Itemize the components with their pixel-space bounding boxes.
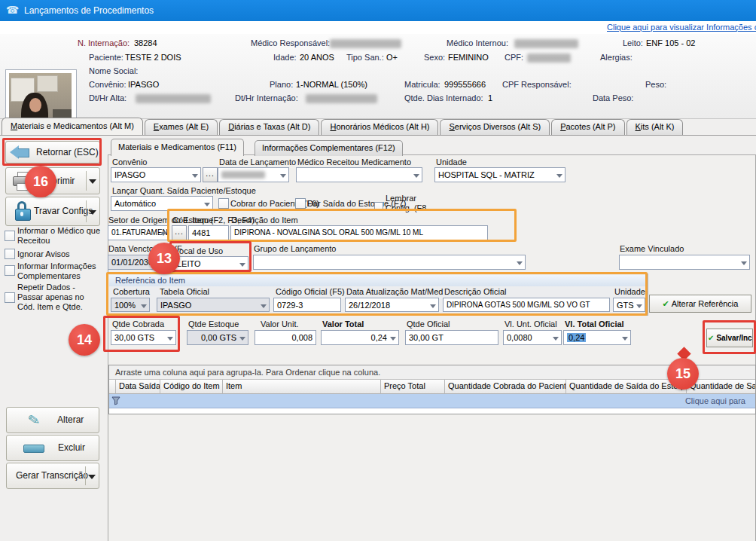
cod-item-browse-button[interactable]: ... <box>172 225 187 240</box>
col-item[interactable]: Item <box>223 380 381 394</box>
tipo-san-value: O+ <box>386 53 398 62</box>
matricula-value: 999555666 <box>444 80 486 89</box>
travar-configs-button[interactable]: Travar Configs <box>5 197 100 226</box>
grid-group-panel[interactable]: Arraste uma coluna aqui para agrupa-la. … <box>109 365 755 380</box>
tab-informacoes-f12[interactable]: Informações Complementares (F12) <box>255 140 403 156</box>
informar-medico-checkbox[interactable] <box>5 231 15 241</box>
unidade-label: Unidade <box>436 157 467 167</box>
tabela-oficial-combo[interactable]: IPASGO <box>157 298 270 312</box>
sexo-value: FEMININO <box>448 53 489 62</box>
col-codigo-item[interactable]: Código do Item <box>160 380 223 394</box>
dthr-alta-value-redacted <box>136 94 211 103</box>
descricao-oficial-input[interactable]: DIPIRONA GOTAS 500 MG/ML SO VO GT <box>443 298 610 312</box>
qtde-oficial-label: Qtde Oficial <box>407 319 450 329</box>
leito-label: Leito: <box>623 38 643 47</box>
cobrar-paciente-label: Cobrar do Paciente (F6) <box>230 199 319 208</box>
valor-unit-label: Valor Unit. <box>261 319 299 329</box>
back-arrow-icon <box>10 145 31 159</box>
n-internacao-value: 38284 <box>134 38 157 47</box>
data-lancamento-label: Data de Lançamento <box>219 157 296 167</box>
convenio-header-value: IPASGO <box>128 80 159 89</box>
pencil-icon: ✎ <box>26 411 41 429</box>
gerar-transcricao-button[interactable]: Gerar Transcrição <box>6 463 99 489</box>
col-preco-total[interactable]: Preço Total <box>381 380 445 394</box>
dar-saida-checkbox[interactable] <box>295 198 306 209</box>
setor-origem-combo[interactable]: 01.FATURAMENTO (VIR <box>108 225 169 240</box>
dthr-internacao-label: Dt/Hr Internação: <box>235 93 298 102</box>
padlock-icon <box>14 201 31 221</box>
gerar-dropdown-arrow[interactable] <box>88 475 96 479</box>
grid-filter-row[interactable]: Clique aqui para <box>109 394 755 408</box>
vl-unt-oficial-combo[interactable]: 0,0080 <box>503 330 562 345</box>
alterar-referencia-button[interactable]: ✔Alterar Referência <box>649 295 751 313</box>
visualizar-informacoes-link[interactable]: Clique aqui para visualizar Informações … <box>607 23 756 32</box>
cobertura-label: Cobertura <box>113 287 150 296</box>
local-uso-combo[interactable]: LEITO <box>173 256 248 271</box>
descricao-item-input[interactable]: DIPIRONA - NOVALGINA SOL ORAL 500 MG/ML … <box>230 225 488 240</box>
imprimir-dropdown-arrow[interactable] <box>89 179 96 184</box>
cpf-value-redacted <box>527 53 571 63</box>
medico-responsavel-value-redacted <box>330 39 401 48</box>
valor-total-combo[interactable]: 0,24 <box>321 330 399 345</box>
col-qtd-saida-estoque[interactable]: Quantidade de Saída do Estoque <box>566 380 687 394</box>
medico-internou-label: Médico Internou: <box>447 38 508 47</box>
col-qtd-cobrada-paciente[interactable]: Quantidade Cobrada do Paciente <box>445 380 566 394</box>
qtde-dias-value: 1 <box>488 93 492 102</box>
tab-exames[interactable]: Exames (Alt E) <box>145 119 218 135</box>
cobertura-combo[interactable]: 100% <box>111 298 150 312</box>
cobrar-paciente-checkbox[interactable] <box>218 198 229 209</box>
excluir-button[interactable]: Excluir <box>6 435 99 461</box>
cpf-label: CPF: <box>505 53 523 62</box>
unidade-oficial-combo[interactable]: GTS <box>613 298 645 312</box>
convenio-browse-button[interactable]: ... <box>203 167 218 182</box>
vl-total-oficial-combo[interactable]: 0,24 <box>563 330 631 345</box>
lembrar-config-checkbox[interactable] <box>374 202 383 211</box>
tab-diarias-taxas[interactable]: Diárias e Taxas (Alt D) <box>219 119 319 135</box>
unidade-oficial-label: Unidade <box>614 287 645 296</box>
codigo-oficial-input[interactable]: 0729-3 <box>273 298 341 312</box>
lancar-quant-combo[interactable]: Automático <box>111 196 213 211</box>
grupo-lancamento-combo[interactable] <box>253 255 526 270</box>
data-atualizacao-combo[interactable]: 26/12/2018 <box>345 298 439 312</box>
dthr-internacao-value-redacted <box>306 94 377 103</box>
unidade-combo[interactable]: HOSPITAL SQL - MATRIZ <box>434 167 565 182</box>
grupo-lancamento-label: Grupo de Lançamento <box>254 244 336 253</box>
tabela-oficial-label: Tabela Oficial <box>160 287 209 296</box>
qtde-cobrada-combo[interactable]: 30,00 GTS <box>111 330 176 345</box>
medico-receitou-label: Médico Receitou Medicamento <box>297 157 411 167</box>
window-title: Lançamentos de Procedimentos <box>24 5 154 16</box>
repetir-dados-checkbox[interactable] <box>5 292 15 303</box>
idade-label: Idade: <box>273 53 297 62</box>
tab-servicos-diversos[interactable]: Serviços Diversos (Alt S) <box>440 119 550 135</box>
imprimir-button[interactable]: Imprimir <box>5 167 100 194</box>
valor-unit-input[interactable]: 0,008 <box>255 330 316 345</box>
cod-item-input[interactable]: 4481 <box>188 225 229 240</box>
filter-hint: Clique aqui para <box>685 396 745 405</box>
qtde-estoque-combo[interactable]: 0,00 GTS <box>187 330 248 345</box>
alterar-button[interactable]: ✎ Alterar <box>6 407 99 433</box>
repetir-dados-label: Repetir Dados - Passar apenas no Cód. It… <box>17 283 102 312</box>
ignorar-avisos-checkbox[interactable] <box>5 249 15 259</box>
lembrar-config-label: Lembrar Config. (F8 <box>386 194 435 213</box>
salvar-incluir-button[interactable]: ✔Salvar/Incluir <box>706 329 753 347</box>
tab-materiais-medicamentos[interactable]: Materiais e Medicamentos (Alt M) <box>2 118 143 135</box>
data-vencto-input[interactable]: 01/01/2030 <box>108 255 171 270</box>
app-icon: ☎ <box>6 4 19 16</box>
tab-honorarios-medicos[interactable]: Honorários Médicos (Alt H) <box>321 119 438 135</box>
col-data-saida[interactable]: Data Saída <box>116 380 160 394</box>
tab-pacotes[interactable]: Pacotes (Alt P) <box>551 119 624 135</box>
convenio-combo[interactable]: IPASGO <box>111 167 201 182</box>
data-atualizacao-label: Data Atualização Mat/Med <box>346 287 443 296</box>
medico-receitou-combo[interactable] <box>296 167 422 182</box>
informar-informacoes-checkbox[interactable] <box>5 265 15 276</box>
exame-vinculado-combo[interactable] <box>619 255 750 270</box>
tab-kits[interactable]: Kits (Alt K) <box>626 119 684 135</box>
medico-responsavel-label: Médico Responsável: <box>251 38 330 47</box>
tab-materiais-f11[interactable]: Materiais e Medicamentos (F11) <box>111 139 244 156</box>
retornar-button[interactable]: Retornar (ESC) <box>5 141 100 164</box>
col-qtd-sa[interactable]: Quantidade de Sa <box>687 380 755 394</box>
travar-dropdown-arrow[interactable] <box>89 210 96 215</box>
qtde-cobrada-label: Qtde Cobrada <box>112 319 164 329</box>
valor-total-label: Valor Total <box>322 319 364 329</box>
qtde-oficial-input[interactable]: 30,00 GT <box>405 330 498 345</box>
